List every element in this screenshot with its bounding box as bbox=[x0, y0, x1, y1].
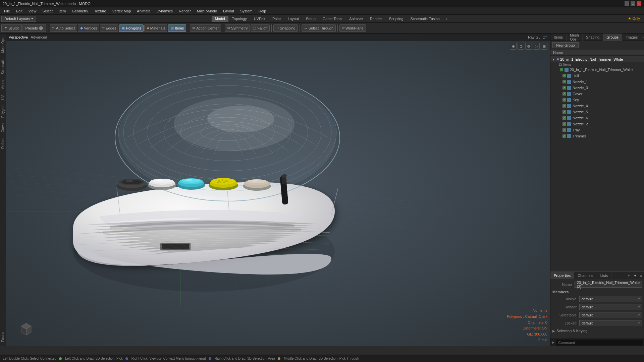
prop-render-dropdown[interactable]: default bbox=[579, 304, 642, 310]
layout-tab-animate[interactable]: Animate bbox=[346, 16, 366, 22]
sculpt-button[interactable]: ✦ Sculpt bbox=[1, 24, 22, 32]
list-item[interactable]: ✓ Key bbox=[550, 97, 644, 103]
menu-texture[interactable]: Texture bbox=[92, 8, 109, 14]
presets-button[interactable]: Presets ⬤ bbox=[22, 24, 46, 32]
list-item[interactable]: ✓ Nozzle_6 bbox=[550, 115, 644, 121]
layout-tab-scripting[interactable]: Scripting bbox=[386, 16, 407, 22]
viewport-area[interactable]: Perspective Advanced Ray GL: Off ⊕ ⊙ ⚙ ▷… bbox=[6, 34, 550, 346]
visibility-checkbox[interactable]: ✓ bbox=[562, 122, 566, 126]
menu-help[interactable]: Help bbox=[256, 8, 269, 14]
menu-geometry[interactable]: Geometry bbox=[69, 8, 91, 14]
layout-tab-schematic-fusion[interactable]: Schematic Fusion bbox=[407, 16, 443, 22]
viewport-icon-3[interactable]: ⚙ bbox=[525, 43, 532, 50]
visibility-checkbox[interactable]: ✓ bbox=[562, 128, 566, 132]
list-item[interactable]: ✓ Trimmer bbox=[550, 133, 644, 139]
menu-vertex-map[interactable]: Vertex Map bbox=[110, 8, 134, 14]
prop-expand-button[interactable]: ◂ bbox=[632, 273, 638, 278]
visibility-checkbox[interactable]: ✓ bbox=[562, 74, 566, 77]
list-item[interactable]: ✓ Nozzle_4 bbox=[550, 103, 644, 109]
viewport-icon-1[interactable]: ⊕ bbox=[510, 43, 517, 50]
prop-selectable-dropdown[interactable]: default bbox=[579, 312, 642, 318]
viewport-advanced-label[interactable]: Advanced bbox=[31, 35, 47, 39]
list-item[interactable]: ✓ Cover bbox=[550, 91, 644, 97]
list-item[interactable]: ✓ Tray bbox=[550, 127, 644, 133]
menu-select[interactable]: Select bbox=[40, 8, 55, 14]
prop-menu-button[interactable]: ≡ bbox=[638, 273, 644, 278]
menu-animate[interactable]: Animate bbox=[134, 8, 153, 14]
close-button[interactable]: ✕ bbox=[637, 1, 641, 6]
snapping-button[interactable]: ⊸ Snapping bbox=[273, 24, 298, 32]
vertices-button[interactable]: ◆ Vertices bbox=[78, 24, 99, 32]
left-tab-schematic[interactable]: Schematic bbox=[0, 56, 5, 77]
rp-ctrl-expand[interactable]: ◂ bbox=[641, 34, 644, 40]
layout-tab-setup[interactable]: Setup bbox=[303, 16, 319, 22]
falloff-button[interactable]: ◌ Falloff bbox=[251, 24, 270, 32]
left-tab-curve[interactable]: Curve bbox=[0, 121, 5, 135]
viewport-icon-5[interactable]: ⊞ bbox=[541, 43, 547, 50]
left-tab-fusion[interactable]: Fusion bbox=[0, 329, 5, 345]
rp-tab-items[interactable]: Items bbox=[550, 34, 567, 41]
only-button[interactable]: ★ Only bbox=[625, 16, 643, 21]
select-through-button[interactable]: ↔ Select Through bbox=[302, 24, 336, 32]
visibility-checkbox[interactable]: ✓ bbox=[562, 80, 566, 83]
list-item[interactable]: ✓ Nozzle_5 bbox=[550, 109, 644, 115]
list-item[interactable]: ✓ 20_in_1_Electric_Nail_Trimmer_White bbox=[550, 67, 644, 73]
menu-layout[interactable]: Layout bbox=[220, 8, 237, 14]
list-item[interactable]: ✓ Hull bbox=[550, 73, 644, 79]
new-group-button[interactable]: New Group bbox=[552, 42, 579, 48]
polygons-button[interactable]: ▣ Polygons bbox=[119, 24, 143, 32]
layout-tab-uvedit[interactable]: UVEdit bbox=[251, 16, 269, 22]
add-layout-button[interactable]: + bbox=[443, 16, 450, 21]
prop-locked-dropdown[interactable]: default bbox=[579, 320, 642, 326]
action-center-button[interactable]: ⊕ Action Center bbox=[190, 24, 221, 32]
menu-render[interactable]: Render bbox=[176, 8, 194, 14]
visibility-checkbox[interactable]: ✓ bbox=[562, 104, 566, 108]
layout-tab-layout[interactable]: Layout bbox=[284, 16, 302, 22]
prop-visible-dropdown[interactable]: default bbox=[579, 296, 642, 302]
edges-button[interactable]: ━ Edges bbox=[100, 24, 118, 32]
viewport-gizmo[interactable] bbox=[16, 319, 36, 339]
layout-tab-game-tools[interactable]: Game Tools bbox=[319, 16, 346, 22]
visibility-checkbox[interactable]: ✓ bbox=[562, 134, 566, 138]
maximize-button[interactable]: □ bbox=[631, 1, 635, 6]
prop-tab-properties[interactable]: Properties bbox=[550, 272, 574, 279]
left-tab-vertex[interactable]: Vertex bbox=[0, 77, 5, 92]
prop-name-field[interactable]: 20_in_1_Electric_Nail_Trimmer_White (2) bbox=[575, 282, 642, 288]
viewport-icon-2[interactable]: ⊙ bbox=[518, 43, 524, 50]
prop-tab-channels[interactable]: Channels bbox=[574, 272, 597, 279]
3d-viewport[interactable] bbox=[6, 34, 550, 346]
layout-tab-model[interactable]: Model bbox=[212, 16, 228, 22]
viewport-perspective-label[interactable]: Perspective bbox=[9, 35, 28, 39]
visibility-checkbox[interactable]: ✓ bbox=[562, 116, 566, 120]
layout-tab-paint[interactable]: Paint bbox=[269, 16, 284, 22]
menu-item[interactable]: Item bbox=[56, 8, 68, 14]
list-item[interactable]: ✓ Nozzle_2 bbox=[550, 121, 644, 127]
layout-tab-topology[interactable]: Topology bbox=[229, 16, 250, 22]
rp-tab-groups[interactable]: Groups bbox=[603, 34, 622, 41]
visibility-checkbox[interactable]: ✓ bbox=[562, 110, 566, 114]
menu-system[interactable]: System bbox=[237, 8, 255, 14]
rp-tab-mesh-ops[interactable]: Mesh Ops bbox=[567, 34, 583, 41]
minimize-button[interactable]: ─ bbox=[625, 1, 629, 6]
prop-tab-lists[interactable]: Lists bbox=[597, 272, 612, 279]
menu-view[interactable]: View bbox=[26, 8, 39, 14]
left-tab-mesh-ops[interactable]: Mesh Ops bbox=[0, 35, 5, 56]
materials-button[interactable]: ◈ Materials bbox=[144, 24, 168, 32]
symmetry-button[interactable]: ⇔ Symmetry bbox=[225, 24, 250, 32]
rp-tab-images[interactable]: Images bbox=[622, 34, 641, 41]
prop-add-button[interactable]: + bbox=[626, 273, 632, 278]
left-tab-deform[interactable]: Deform bbox=[0, 135, 5, 152]
viewport-icon-4[interactable]: ▷ bbox=[533, 43, 540, 50]
rp-tab-shading[interactable]: Shading bbox=[583, 34, 603, 41]
left-tab-polygon[interactable]: Polygon bbox=[0, 103, 5, 120]
menu-file[interactable]: File bbox=[1, 8, 13, 14]
command-input[interactable] bbox=[556, 340, 643, 346]
scene-group-header[interactable]: ▼ ■ 20_in_1_Electric_Nail_Trimmer_White bbox=[550, 56, 644, 62]
left-tab-uv[interactable]: UV bbox=[0, 93, 5, 103]
menu-edit[interactable]: Edit bbox=[13, 8, 25, 14]
list-item[interactable]: ✓ Nozzle_1 bbox=[550, 79, 644, 85]
visibility-checkbox[interactable]: ✓ bbox=[562, 86, 566, 89]
menu-dynamics[interactable]: Dynamics bbox=[154, 8, 175, 14]
visibility-checkbox[interactable]: ✓ bbox=[562, 98, 566, 102]
work-plane-button[interactable]: ▱ WorkPlane bbox=[339, 24, 366, 32]
